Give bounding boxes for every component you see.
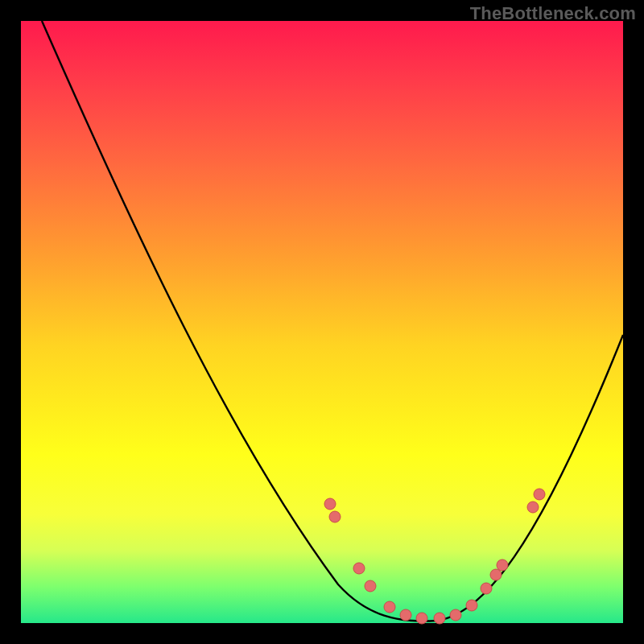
bottleneck-curve (42, 21, 623, 621)
data-point-marker (416, 613, 427, 624)
data-point-marker (365, 580, 376, 592)
data-point-marker (534, 489, 545, 500)
data-point-marker (497, 559, 508, 571)
marker-group (324, 489, 545, 624)
watermark-text: TheBottleneck.com (470, 3, 636, 24)
data-point-marker (527, 502, 539, 513)
data-point-marker (481, 583, 492, 594)
data-point-marker (400, 609, 411, 621)
data-point-marker (353, 563, 365, 574)
data-point-marker (324, 498, 336, 510)
chart-frame: TheBottleneck.com (0, 0, 644, 644)
data-point-marker (434, 613, 445, 624)
data-point-marker (384, 601, 395, 613)
data-point-marker (450, 609, 461, 621)
chart-svg (21, 21, 623, 623)
data-point-marker (490, 569, 502, 580)
data-point-marker (466, 600, 477, 611)
data-point-marker (329, 511, 341, 522)
